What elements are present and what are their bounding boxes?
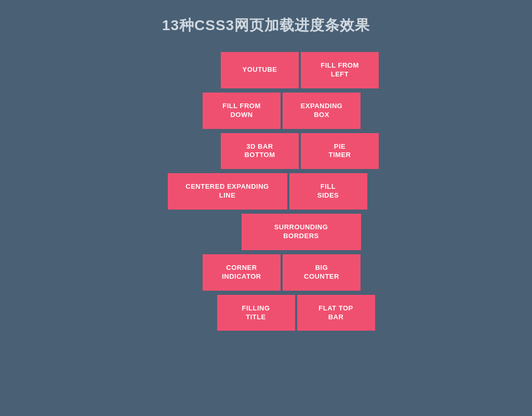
youtube-button[interactable]: YOUTUBE [221,52,299,88]
button-row-3: 3D BARBOTTOM PIETIMER [220,132,380,171]
filling-title-button[interactable]: FILLINGTITLE [217,295,295,331]
button-row-2: FILL FROMDOWN EXPANDINGBOX [202,92,362,130]
button-row-1: YOUTUBE FILL FROMLEFT [220,51,380,89]
fill-sides-button[interactable]: FILLSIDES [289,173,367,210]
button-row-7: FILLINGTITLE FLAT TOPBAR [216,294,376,332]
surrounding-borders-button[interactable]: SURROUNDINGBORDERS [242,214,361,250]
expanding-box-button[interactable]: EXPANDINGBOX [283,93,361,129]
fill-from-down-button[interactable]: FILL FROMDOWN [203,93,281,129]
pie-timer-button[interactable]: PIETIMER [301,133,379,170]
button-row-6: CORNERINDICATOR BIGCOUNTER [202,253,362,292]
corner-indicator-button[interactable]: CORNERINDICATOR [203,254,281,291]
button-row-5: SURROUNDINGBORDERS [241,213,362,251]
3d-bar-bottom-button[interactable]: 3D BARBOTTOM [221,133,299,170]
fill-from-left-button[interactable]: FILL FROMLEFT [301,52,379,88]
centered-expanding-line-button[interactable]: CENTERED EXPANDINGLINE [168,173,287,210]
page-title: 13种CSS3网页加载进度条效果 [0,0,532,46]
buttons-container: YOUTUBE FILL FROMLEFT FILL FROMDOWN EXPA… [31,51,532,334]
flat-top-bar-button[interactable]: FLAT TOPBAR [297,295,375,331]
big-counter-button[interactable]: BIGCOUNTER [283,254,361,291]
button-row-4: CENTERED EXPANDINGLINE FILLSIDES [167,172,368,211]
